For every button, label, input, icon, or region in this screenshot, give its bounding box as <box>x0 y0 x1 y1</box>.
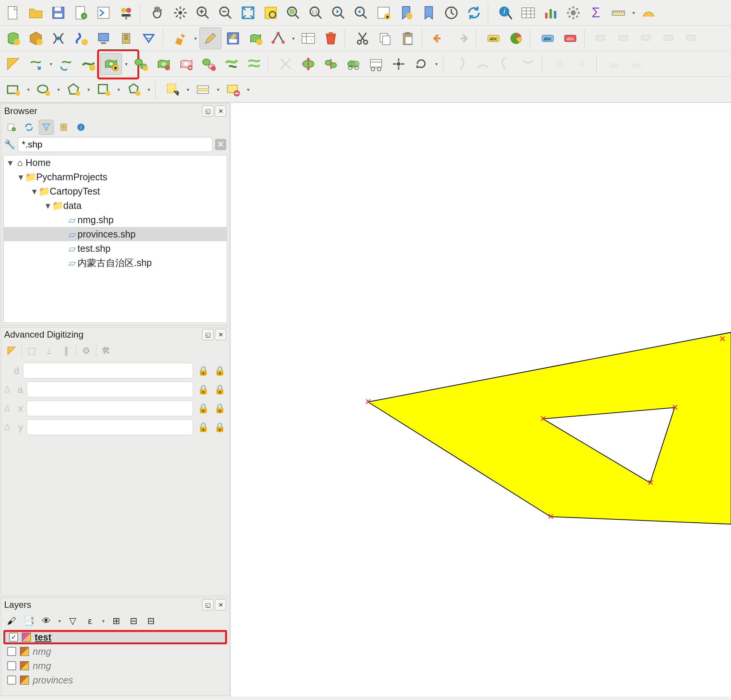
zoom-selection-button[interactable] <box>260 2 282 24</box>
shape-polygon-dropdown[interactable]: ▾ <box>85 87 92 93</box>
current-edits-dropdown[interactable]: ▾ <box>192 35 199 41</box>
shape-ellipse-dropdown[interactable]: ▾ <box>55 87 62 93</box>
current-edits-button[interactable] <box>169 27 191 49</box>
split-parts-button[interactable] <box>320 53 342 75</box>
map-canvas[interactable]: ✕ ✕ ✕ ✕ ✕ ✕ <box>230 103 731 697</box>
zoom-full-button[interactable] <box>237 2 259 24</box>
clear-filter-button[interactable]: ✕ <box>215 139 226 150</box>
new-bookmark-button[interactable] <box>395 2 417 24</box>
tree-folder-pycharmprojects[interactable]: ▾📁PycharmProjects <box>4 170 227 184</box>
open-project-button[interactable] <box>25 2 47 24</box>
new-layout-button[interactable]: + <box>70 2 92 24</box>
collapse-browser-button[interactable] <box>56 120 71 135</box>
reshape-button[interactable] <box>221 53 242 75</box>
cut-button[interactable] <box>352 27 373 49</box>
tree-file-nmg[interactable]: ▱nmg.shp <box>4 213 227 227</box>
toggle-editing-button[interactable] <box>200 27 221 49</box>
identify-button[interactable]: i <box>495 2 516 24</box>
layer-style-button[interactable]: 🖌 <box>4 613 19 628</box>
properties-browser-button[interactable]: i <box>73 120 88 135</box>
pan-selection-button[interactable] <box>169 2 191 24</box>
manage-visibility-button[interactable]: 👁 <box>39 613 54 628</box>
copy-button[interactable] <box>374 27 396 49</box>
refresh-browser-button[interactable] <box>21 120 37 135</box>
layer-row-test[interactable]: ✓ test <box>3 630 227 644</box>
move-feature-dropdown[interactable]: ▾ <box>47 61 54 67</box>
new-geopackage-button[interactable] <box>25 27 47 49</box>
filter-legend-button[interactable]: ▽ <box>65 613 80 628</box>
new-map-view-button[interactable]: ★ <box>373 2 394 24</box>
cad-enable-button[interactable] <box>4 343 19 358</box>
zoom-native-button[interactable]: 1:1 <box>305 2 327 24</box>
layout-manager-button[interactable] <box>93 2 114 24</box>
shape-rectangle-dropdown[interactable]: ▾ <box>25 87 32 93</box>
rotate-symbol-button[interactable] <box>410 53 432 75</box>
tree-folder-cartopytest[interactable]: ▾📁CartopyTest <box>4 184 227 198</box>
sigma-button[interactable]: Σ <box>585 2 607 24</box>
layer-row-provinces[interactable]: provinces <box>3 673 227 687</box>
adv-input-y[interactable] <box>27 419 193 435</box>
browser-tree[interactable]: ▾⌂Home ▾📁PycharmProjects ▾📁CartopyTest ▾… <box>3 155 227 323</box>
tree-file-neimenggu[interactable]: ▱内蒙古自治区.shp <box>4 256 227 270</box>
gps-button[interactable] <box>115 27 137 49</box>
expression-filter-button[interactable]: ε <box>82 613 97 628</box>
filter-browser-button[interactable] <box>39 120 54 135</box>
move-feature-button[interactable] <box>25 53 47 75</box>
paste-button[interactable] <box>397 27 419 49</box>
new-project-button[interactable] <box>2 2 24 24</box>
browser-close-button[interactable]: ✕ <box>215 105 226 117</box>
tree-file-test[interactable]: ▱test.shp <box>4 241 227 256</box>
zoom-in-button[interactable] <box>192 2 214 24</box>
cad-tools-button[interactable] <box>2 53 24 75</box>
layer-checkbox[interactable]: ✓ <box>9 633 18 642</box>
shape-star-button[interactable] <box>123 79 145 100</box>
measure-dropdown[interactable]: ▾ <box>630 10 637 16</box>
label-pin-button[interactable]: abc <box>559 27 581 49</box>
add-part-button[interactable] <box>130 53 152 75</box>
adv-input-x[interactable] <box>27 400 193 416</box>
rotate-feature-button[interactable] <box>55 53 77 75</box>
add-ring-button[interactable]: ★ <box>100 53 122 75</box>
browser-dock-button[interactable]: ◱ <box>202 105 213 117</box>
save-edits-button[interactable] <box>222 27 244 49</box>
diagram-button[interactable] <box>505 27 527 49</box>
expression-dropdown[interactable]: ▾ <box>100 618 107 624</box>
layer-row-nmg2[interactable]: nmg <box>3 659 227 673</box>
adv-input-d[interactable] <box>23 363 193 379</box>
zoom-next-button[interactable] <box>350 2 372 24</box>
new-shapefile-button[interactable] <box>2 27 24 49</box>
tree-folder-data[interactable]: ▾📁data <box>4 198 227 213</box>
expand-all-button[interactable]: ⊞ <box>109 613 124 628</box>
layer-checkbox[interactable] <box>7 661 16 670</box>
select-by-value-dropdown[interactable]: ▾ <box>215 87 221 93</box>
adv-close-button[interactable]: ✕ <box>215 329 226 340</box>
new-memory-button[interactable] <box>70 27 92 49</box>
layers-close-button[interactable]: ✕ <box>215 599 226 610</box>
tips-button[interactable] <box>638 2 659 24</box>
select-features-button[interactable] <box>162 79 184 100</box>
delete-selected-button[interactable] <box>320 27 342 49</box>
modify-attr-button[interactable] <box>297 27 319 49</box>
new-mesh-button[interactable] <box>138 27 160 49</box>
merge-features-button[interactable] <box>343 53 364 75</box>
measure-button[interactable] <box>608 2 629 24</box>
shape-star-dropdown[interactable]: ▾ <box>145 87 152 93</box>
remove-layer-button[interactable]: ⊟ <box>143 613 158 628</box>
delete-ring-button[interactable] <box>175 53 197 75</box>
deselect-dropdown[interactable]: ▾ <box>245 87 251 93</box>
layer-checkbox[interactable] <box>7 647 16 656</box>
select-features-dropdown[interactable]: ▾ <box>184 87 191 93</box>
zoom-out-button[interactable] <box>215 2 236 24</box>
zoom-layer-button[interactable] <box>282 2 304 24</box>
adv-dock-button[interactable]: ◱ <box>202 329 213 340</box>
layers-dock-button[interactable]: ◱ <box>202 599 213 610</box>
shape-regular-dropdown[interactable]: ▾ <box>115 87 122 93</box>
new-spatialite-button[interactable] <box>47 27 69 49</box>
add-layer-button[interactable]: + <box>4 120 19 135</box>
style-manager-button[interactable]: a <box>115 2 137 24</box>
merge-attr-button[interactable] <box>365 53 387 75</box>
tree-file-provinces[interactable]: ▱provinces.shp <box>4 227 227 241</box>
add-group-button[interactable]: 📑 <box>21 613 37 628</box>
new-virtual-button[interactable] <box>93 27 114 49</box>
add-ring-dropdown[interactable]: ▾ <box>123 61 129 67</box>
